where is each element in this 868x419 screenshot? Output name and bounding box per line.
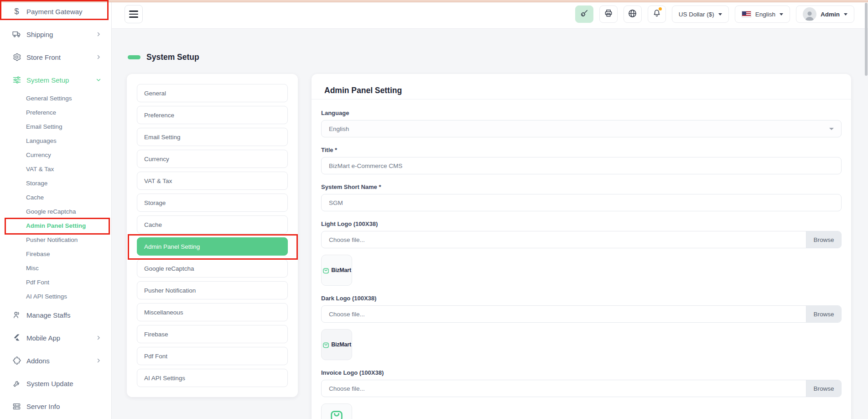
broom-icon [580,9,589,20]
sidebar-item-payment-gateway[interactable]: $ Payment Gateway [0,0,111,23]
sidebar-item-label: Server Info [26,403,101,410]
submenu-item-admin-panel-setting[interactable]: Admin Panel Setting [0,219,111,233]
chevron-right-icon [96,31,101,37]
chevron-down-icon [829,128,834,130]
light-logo-label: Light Logo (100X38) [321,220,842,227]
settings-menu-item-email-setting[interactable]: Email Setting [137,128,288,146]
bizmart-bag-icon [322,267,330,274]
submenu-item-ai-api-settings[interactable]: AI API Settings [0,289,111,304]
clear-cache-button[interactable] [575,5,593,23]
settings-menu-item-storage[interactable]: Storage [137,194,288,212]
sidebar-item-mobile-app[interactable]: Mobile App [0,326,111,349]
settings-menu-item-cache[interactable]: Cache [137,215,288,234]
file-placeholder: Choose file... [322,380,806,397]
users-icon [12,310,21,320]
settings-menu-item-admin-panel-setting[interactable]: Admin Panel Setting [137,237,288,256]
avatar [803,7,816,21]
language-select[interactable]: English [321,120,842,137]
submenu-item-google-recaptcha[interactable]: Google reCaptcha [0,204,111,219]
dark-logo-file-input[interactable]: Choose file... Browse [321,305,842,323]
chevron-right-icon [96,54,101,60]
print-button[interactable] [599,5,618,23]
user-dropdown[interactable]: Admin [796,5,854,23]
submenu-item-general-settings[interactable]: General Settings [0,91,111,105]
submenu-item-languages[interactable]: Languages [0,134,111,148]
system-setup-submenu: General Settings Preference Email Settin… [0,91,111,304]
bizmart-bag-icon [322,341,330,349]
settings-menu-item-ai-api-settings[interactable]: AI API Settings [137,369,288,387]
sidebar-item-system-setup[interactable]: System Setup [0,68,111,91]
submenu-item-misc[interactable]: Misc [0,261,111,275]
short-name-label: System Short Name * [321,183,842,190]
language-select-value: English [329,126,349,132]
bizmart-bag-icon [329,408,344,419]
submenu-item-pusher-notification[interactable]: Pusher Notification [0,233,111,247]
sidebar-item-label: Mobile App [26,334,96,342]
settings-menu-item-vat-tax[interactable]: VAT & Tax [137,172,288,190]
browse-button[interactable]: Browse [806,231,841,248]
settings-menu-item-pdf-font[interactable]: Pdf Font [137,347,288,365]
submenu-item-pdf-font[interactable]: Pdf Font [0,275,111,289]
annotation-top-line [0,0,868,2]
settings-menu-item-firebase[interactable]: Firebase [137,325,288,343]
website-button[interactable] [624,5,642,23]
sidebar-item-label: Shipping [26,31,96,38]
language-label: English [755,11,775,18]
us-flag-icon [742,11,751,17]
settings-menu-item-general[interactable]: General [137,84,288,102]
bizmart-logo-text: BizMart [331,267,351,273]
submenu-item-firebase[interactable]: Firebase [0,247,111,261]
settings-menu-card: General Preference Email Setting Currenc… [127,74,298,397]
form-title: Admin Panel Setting [324,86,838,95]
language-dropdown[interactable]: English [735,5,790,23]
chevron-down-icon [718,13,722,16]
page-scrollbar[interactable] [865,3,868,76]
sidebar: $ Payment Gateway Shipping Store Front S… [0,0,112,419]
chevron-right-icon [96,358,101,363]
truck-icon [12,30,21,39]
sidebar-toggle-button[interactable] [125,5,143,23]
invoice-logo-file-input[interactable]: Choose file... Browse [321,380,842,397]
submenu-item-currency[interactable]: Currency [0,148,111,162]
sidebar-item-store-front[interactable]: Store Front [0,46,111,68]
top-header: US Dollar ($) English Admin [112,0,868,29]
light-logo-file-input[interactable]: Choose file... Browse [321,231,842,248]
file-placeholder: Choose file... [322,306,806,322]
currency-label: US Dollar ($) [679,11,714,18]
sidebar-item-shipping[interactable]: Shipping [0,23,111,46]
sidebar-item-system-update[interactable]: System Update [0,372,111,395]
submenu-item-vat-tax[interactable]: VAT & Tax [0,162,111,176]
browse-button[interactable]: Browse [806,306,841,322]
sidebar-item-label: Store Front [26,53,96,61]
server-icon [12,402,21,411]
short-name-input[interactable] [321,194,842,211]
sidebar-item-addons[interactable]: Addons [0,349,111,372]
submenu-item-email-setting[interactable]: Email Setting [0,120,111,134]
chevron-right-icon [96,335,101,340]
user-label: Admin [821,11,840,18]
notifications-button[interactable] [648,5,666,23]
admin-panel-setting-form: Admin Panel Setting Language English Tit… [312,74,851,419]
settings-menu-item-miscellaneous[interactable]: Miscellaneous [137,303,288,321]
submenu-item-storage[interactable]: Storage [0,176,111,190]
sidebar-item-label: Manage Staffs [26,311,101,319]
header-actions: US Dollar ($) English Admin [575,5,854,23]
settings-menu-item-preference[interactable]: Preference [137,106,288,124]
gear-icon [12,52,21,62]
light-logo-preview: BizMart [321,255,352,286]
chevron-down-icon [780,13,783,16]
browse-button[interactable]: Browse [806,380,841,397]
submenu-item-cache[interactable]: Cache [0,190,111,204]
title-input[interactable] [321,157,842,174]
settings-menu-item-currency[interactable]: Currency [137,150,288,168]
settings-menu-item-google-recaptcha[interactable]: Google reCaptcha [137,259,288,278]
form-header: Admin Panel Setting [312,74,851,100]
notification-dot [659,7,662,10]
wrench-icon [12,379,21,388]
settings-menu-item-pusher-notification[interactable]: Pusher Notification [137,281,288,299]
currency-dropdown[interactable]: US Dollar ($) [672,5,729,23]
sidebar-item-server-info[interactable]: Server Info [0,395,111,418]
heading-accent-dash [128,55,140,59]
sidebar-item-manage-staffs[interactable]: Manage Staffs [0,304,111,326]
submenu-item-preference[interactable]: Preference [0,105,111,120]
